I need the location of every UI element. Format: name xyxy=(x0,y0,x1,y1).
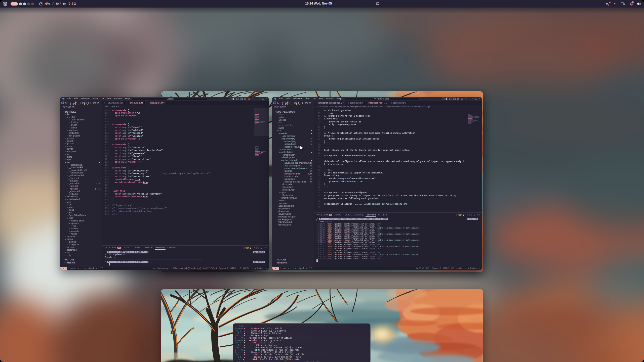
svg-text:2: 2 xyxy=(75,102,76,103)
svg-text:2: 2 xyxy=(287,102,288,103)
